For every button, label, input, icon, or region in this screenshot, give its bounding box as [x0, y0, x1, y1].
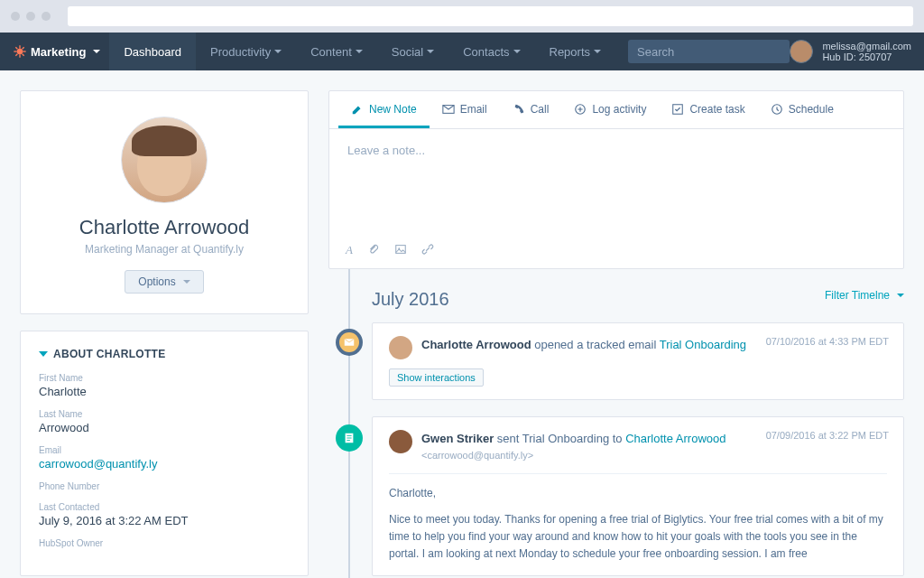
contact-name: Charlotte Arrowood [79, 216, 249, 239]
clock-icon [771, 103, 783, 116]
image-icon[interactable] [394, 243, 407, 257]
composer-card: New Note Email Call Log activity Create … [328, 90, 904, 269]
timeline-item-email-open[interactable]: 07/10/2016 at 4:33 PM EDT Charlotte Arro… [372, 322, 904, 400]
filter-timeline[interactable]: Filter Timelne [825, 289, 904, 302]
chevron-down-icon [356, 50, 363, 53]
composer-tabs: New Note Email Call Log activity Create … [329, 91, 903, 129]
contact-subtitle: Marketing Manager at Quantify.ly [85, 243, 244, 256]
nav-item-reports[interactable]: Reports [535, 33, 616, 70]
svg-line-6 [23, 54, 24, 56]
envelope-icon [344, 337, 355, 348]
brand[interactable]: Marketing [0, 44, 109, 59]
note-textarea[interactable]: Leave a note... [329, 129, 903, 238]
browser-chrome [0, 0, 924, 33]
pencil-icon [351, 103, 364, 116]
document-icon [343, 432, 356, 444]
tab-log-activity[interactable]: Log activity [561, 91, 659, 128]
tab-new-note[interactable]: New Note [338, 91, 430, 128]
profile-card: Charlotte Arrowood Marketing Manager at … [20, 90, 309, 314]
field-last-name[interactable]: Last NameArrowood [39, 409, 290, 434]
field-hubspot-owner[interactable]: HubSpot Owner [39, 538, 290, 548]
sprocket-icon [13, 44, 27, 59]
window-dot [11, 12, 20, 21]
timeline-node-mail [336, 329, 363, 356]
plus-circle-icon [574, 103, 587, 116]
timeline-timestamp: 07/10/2016 at 4:33 PM EDT [766, 336, 889, 347]
field-email[interactable]: Emailcarrowood@quantify.ly [39, 445, 290, 471]
note-toolbar: A [329, 238, 903, 268]
nav-item-contacts[interactable]: Contacts [448, 33, 534, 70]
svg-point-0 [17, 49, 23, 55]
window-dot [42, 12, 51, 21]
timeline-timestamp: 07/09/2016 at 3:22 PM EDT [766, 430, 889, 441]
about-heading[interactable]: ABOUT CHARLOTTE [39, 348, 290, 360]
chevron-down-icon [93, 50, 100, 53]
about-card: ABOUT CHARLOTTE First NameCharlotte Last… [20, 331, 309, 576]
hub-id: Hub ID: 250707 [822, 51, 911, 62]
timeline-text: Gwen Striker sent Trial Onboarding to Ch… [421, 430, 725, 448]
nav-item-dashboard[interactable]: Dashboard [109, 33, 196, 70]
tab-schedule[interactable]: Schedule [758, 91, 846, 128]
avatar [389, 336, 412, 359]
triangle-down-icon [39, 351, 48, 357]
tab-call[interactable]: Call [500, 91, 562, 128]
phone-icon [513, 103, 525, 116]
timeline-sub: <carrowood@quantify.ly> [421, 450, 725, 461]
avatar [389, 430, 412, 453]
svg-rect-11 [673, 105, 683, 115]
timeline-node-doc [336, 424, 363, 452]
show-interactions-button[interactable]: Show interactions [389, 368, 484, 387]
tab-email[interactable]: Email [430, 91, 500, 128]
chevron-down-icon [897, 294, 904, 297]
nav-items: Dashboard Productivity Content Social Co… [109, 33, 615, 70]
field-phone[interactable]: Phone Number [39, 481, 290, 491]
attachment-icon[interactable] [367, 243, 380, 257]
check-square-icon [671, 103, 684, 116]
envelope-icon [442, 103, 455, 116]
contact-avatar [121, 117, 208, 203]
timeline: July 2016 Filter Timelne 07/10/2016 at 4… [328, 269, 904, 578]
url-bar[interactable] [68, 6, 913, 26]
nav-item-content[interactable]: Content [296, 33, 377, 70]
timeline-text: Charlotte Arrowood opened a tracked emai… [421, 336, 746, 354]
chevron-down-icon [513, 50, 521, 53]
chevron-down-icon [594, 50, 601, 53]
options-button[interactable]: Options [125, 270, 203, 294]
avatar [790, 40, 813, 63]
format-text-icon[interactable]: A [346, 243, 353, 257]
field-last-contacted[interactable]: Last ContactedJuly 9, 2016 at 3:22 AM ED… [39, 502, 290, 527]
chevron-down-icon [427, 50, 434, 53]
svg-line-5 [15, 47, 17, 49]
email-body: Charlotte, Nice to meet you today. Thank… [389, 473, 887, 564]
timeline-item-email-sent[interactable]: 07/09/2016 at 3:22 PM EDT Gwen Striker s… [372, 416, 904, 576]
timeline-line [348, 269, 350, 578]
user-email: melissa@gmail.com [822, 41, 911, 51]
nav-item-productivity[interactable]: Productivity [196, 33, 296, 70]
chevron-down-icon [274, 50, 282, 53]
chevron-down-icon [183, 280, 190, 284]
top-nav: Marketing Dashboard Productivity Content… [0, 33, 924, 70]
account-area[interactable]: melissa@gmail.com Hub ID: 250707 [790, 40, 924, 63]
svg-rect-13 [396, 246, 406, 254]
nav-item-social[interactable]: Social [377, 33, 448, 70]
svg-line-7 [23, 47, 24, 49]
brand-label: Marketing [31, 45, 86, 59]
tab-create-task[interactable]: Create task [659, 91, 757, 128]
window-dot [26, 12, 35, 21]
svg-line-8 [15, 54, 17, 56]
field-first-name[interactable]: First NameCharlotte [39, 373, 290, 398]
global-search[interactable]: Search [628, 40, 790, 63]
link-icon[interactable] [421, 243, 434, 257]
